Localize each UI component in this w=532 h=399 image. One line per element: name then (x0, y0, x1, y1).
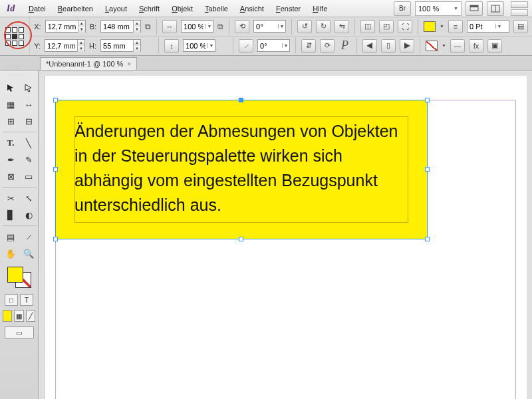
spin-up-icon[interactable]: ▲ (78, 21, 85, 27)
format-text-button[interactable]: T (20, 294, 33, 306)
rotate-input[interactable] (254, 23, 278, 31)
menu-hilfe[interactable]: Hilfe (308, 3, 332, 15)
chevron-down-icon[interactable]: ▼ (440, 24, 444, 29)
width-input[interactable] (101, 21, 133, 32)
rectangle-tool[interactable]: ▭ (21, 169, 37, 184)
rotate-field[interactable]: ▼ (253, 20, 286, 33)
gradient-feather-tool[interactable]: ◐ (21, 207, 37, 222)
note-tool[interactable]: ▤ (3, 229, 19, 244)
y-input[interactable] (45, 40, 77, 51)
menu-fenster[interactable]: Fenster (271, 3, 305, 15)
resize-handle[interactable] (239, 237, 243, 241)
stroke-weight-input[interactable] (467, 23, 495, 31)
free-transform-tool[interactable]: ⤡ (21, 191, 37, 205)
scale-y-input[interactable] (184, 42, 207, 50)
rectangle-frame-tool[interactable]: ⊠ (3, 169, 19, 184)
text-wrap-button[interactable]: ▣ (487, 39, 502, 53)
align-right-button[interactable]: ⯈ (400, 39, 414, 53)
scale-y-field[interactable]: ▼ (183, 39, 215, 52)
height-field[interactable]: ▲▼ (100, 39, 141, 52)
fit-content-button[interactable]: ⛶ (398, 20, 412, 33)
shear-field[interactable]: ▼ (257, 39, 290, 52)
selected-text-frame[interactable]: Änderungen der Abmesungen von Objekten i… (55, 100, 428, 239)
clear-transform-button[interactable]: P (338, 39, 351, 53)
scissors-tool[interactable]: ✂ (3, 191, 19, 205)
direct-selection-tool[interactable] (21, 80, 37, 95)
reference-point-proxy[interactable] (0, 17, 30, 55)
view-mode-button[interactable]: ▭ (5, 327, 34, 338)
resize-handle[interactable] (239, 98, 243, 102)
gap-tool[interactable]: ↔ (21, 97, 37, 112)
menu-tabelle[interactable]: Tabelle (200, 3, 233, 15)
menu-ansicht[interactable]: Ansicht (235, 3, 269, 15)
rotate-180-button[interactable]: ⟳ (320, 39, 334, 53)
document-tab[interactable]: *Unbenannt-1 @ 100 % × (40, 57, 137, 70)
x-field[interactable]: ▲▼ (45, 20, 86, 33)
fill-stroke-proxy[interactable] (6, 265, 33, 289)
stroke-weight-field[interactable]: ▼ (467, 20, 509, 33)
selection-tool[interactable] (3, 80, 19, 95)
panel-grip-icon[interactable]: :::::::: (3, 73, 35, 78)
shear-input[interactable] (258, 42, 282, 50)
zoom-tool[interactable]: 🔍 (21, 246, 37, 261)
zoom-level-select[interactable]: 100 % ▼ (415, 1, 462, 16)
arrange-documents-button[interactable] (487, 1, 504, 16)
gradient-swatch-tool[interactable]: ▊ (3, 207, 19, 222)
bridge-button[interactable]: Br (394, 1, 411, 16)
resize-handle[interactable] (425, 167, 430, 172)
menu-datei[interactable]: Datei (24, 3, 51, 15)
line-tool[interactable]: ╲ (21, 136, 37, 150)
content-collector-tool[interactable]: ⊞ (3, 114, 19, 128)
width-field[interactable]: ▲▼ (100, 20, 141, 33)
page-tool[interactable]: ▦ (3, 97, 19, 112)
scale-x-field[interactable]: ▼ (181, 20, 213, 33)
rotate-ccw-button[interactable]: ↺ (297, 20, 312, 33)
chevron-down-icon[interactable]: ▼ (442, 43, 446, 48)
stroke-style-button[interactable]: ― (450, 39, 465, 53)
scale-x-input[interactable] (182, 23, 205, 31)
format-container-button[interactable]: □ (5, 294, 18, 306)
pen-tool[interactable]: ✒ (3, 152, 19, 167)
resize-handle[interactable] (53, 167, 58, 172)
hand-tool[interactable]: ✋ (3, 246, 19, 261)
apply-color-button[interactable] (3, 310, 12, 322)
resize-handle[interactable] (425, 98, 430, 102)
screen-mode-button[interactable] (466, 1, 483, 16)
fill-color-icon[interactable] (7, 267, 23, 283)
content-placer-tool[interactable]: ⊟ (21, 114, 37, 128)
align-center-button[interactable]: ▯ (381, 39, 396, 53)
menu-layout[interactable]: Layout (100, 3, 132, 15)
flip-horizontal-button[interactable]: ⇋ (334, 20, 349, 33)
type-tool[interactable]: T. (3, 136, 19, 150)
constrain-proportions-toggle[interactable]: ⧉ (145, 22, 151, 31)
pencil-tool[interactable]: ✎ (21, 152, 37, 167)
eyedropper-tool[interactable]: ⟋ (21, 229, 37, 244)
select-container-button[interactable]: ◫ (360, 20, 375, 33)
menu-objekt[interactable]: Objekt (167, 3, 198, 15)
x-input[interactable] (46, 21, 78, 32)
apply-none-button[interactable]: ╱ (26, 310, 35, 322)
stroke-swatch[interactable] (426, 41, 438, 51)
apply-gradient-button[interactable]: ▦ (14, 310, 23, 322)
menu-schrift[interactable]: Schrift (134, 3, 164, 15)
flip-vertical-button[interactable]: ⇵ (301, 39, 316, 53)
panel-menu-button[interactable]: ▤ (513, 20, 528, 33)
resize-handle[interactable] (425, 237, 430, 241)
workspace-switcher[interactable] (511, 1, 528, 16)
height-input[interactable] (101, 40, 133, 51)
y-field[interactable]: ▲▼ (45, 39, 85, 52)
fill-swatch[interactable] (424, 21, 436, 32)
chevron-down-icon[interactable]: ▼ (205, 24, 213, 29)
resize-handle[interactable] (53, 98, 58, 102)
select-content-button[interactable]: ◰ (379, 20, 394, 33)
close-tab-button[interactable]: × (127, 61, 131, 68)
rotate-cw-button[interactable]: ↻ (316, 20, 331, 33)
document-canvas[interactable]: Änderungen der Abmesungen von Objekten i… (44, 76, 527, 399)
menu-bearbeiten[interactable]: Bearbeiten (53, 3, 98, 15)
spin-down-icon[interactable]: ▼ (78, 27, 85, 33)
constrain-scale-toggle[interactable]: ⧉ (217, 22, 223, 31)
control-row-1: X: ▲▼ B: ▲▼ ⧉ ↔ ▼ ⧉ ⟲ ▼ (30, 17, 532, 37)
resize-handle[interactable] (53, 237, 58, 241)
effects-button[interactable]: fx (469, 39, 483, 53)
align-left-button[interactable]: ⯇ (362, 39, 377, 53)
